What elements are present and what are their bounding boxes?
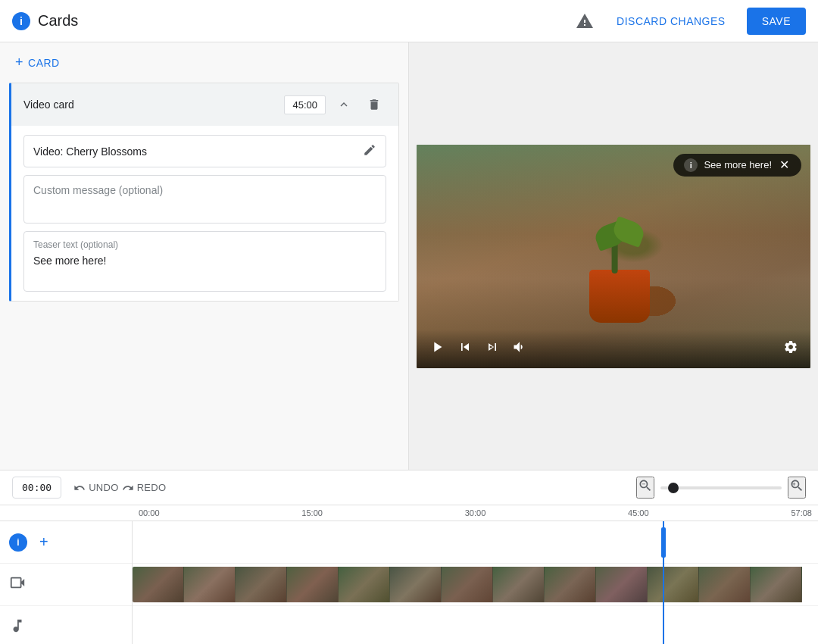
video-card-item: Video card 45:00 bbox=[9, 83, 399, 302]
undo-redo-group: UNDO REDO bbox=[73, 482, 166, 494]
filmstrip bbox=[133, 567, 818, 602]
topbar-left: i Cards bbox=[12, 12, 78, 30]
rewind-button[interactable] bbox=[457, 339, 473, 358]
video-player: i See more here! ✕ bbox=[417, 145, 810, 368]
film-frame bbox=[442, 567, 493, 602]
card-title: Video card bbox=[23, 98, 74, 111]
video-track-icon bbox=[9, 574, 26, 595]
film-frame bbox=[133, 567, 184, 602]
zoom-slider bbox=[660, 486, 782, 489]
timestamp-badge: 45:00 bbox=[284, 95, 326, 114]
cards-track-area bbox=[133, 521, 818, 564]
toolbar-left: 00:00 UNDO REDO bbox=[12, 477, 166, 499]
timeline-ruler: 00:00 15:00 30:00 45:00 57:08 bbox=[0, 505, 818, 521]
overlay-close-button[interactable]: ✕ bbox=[778, 159, 791, 171]
card-item-actions: 45:00 bbox=[284, 92, 386, 117]
film-frame bbox=[545, 567, 596, 602]
ruler-mark-2: 30:00 bbox=[465, 508, 486, 517]
ruler-mark-3: 45:00 bbox=[628, 508, 649, 517]
save-button[interactable]: SAVE bbox=[747, 8, 806, 35]
film-frame bbox=[699, 567, 751, 602]
zoom-in-button[interactable] bbox=[788, 477, 806, 499]
forward-button[interactable] bbox=[485, 339, 500, 358]
undo-button[interactable]: UNDO bbox=[73, 482, 118, 494]
collapse-button[interactable] bbox=[332, 92, 356, 117]
ruler-mark-1: 15:00 bbox=[301, 508, 323, 517]
card-fields: Video: Cherry Blossoms Custom message (o… bbox=[11, 126, 398, 301]
info-icon: i bbox=[12, 12, 30, 30]
ruler-marks: 00:00 15:00 30:00 45:00 57:08 bbox=[133, 508, 818, 517]
zoom-track[interactable] bbox=[660, 486, 782, 489]
add-card-track-button[interactable]: + bbox=[39, 533, 48, 551]
volume-button[interactable] bbox=[512, 339, 527, 358]
track-content bbox=[133, 521, 818, 644]
delete-card-button[interactable] bbox=[362, 92, 386, 117]
cards-track-icon-row: i + bbox=[0, 521, 132, 564]
music-track-icon-row bbox=[0, 606, 132, 644]
add-card-button[interactable]: + CARD bbox=[15, 55, 60, 70]
right-panel: i See more here! ✕ bbox=[409, 42, 818, 470]
timeline-toolbar: 00:00 UNDO REDO bbox=[0, 470, 818, 505]
custom-message-field[interactable]: Custom message (optional) bbox=[23, 175, 386, 224]
playhead-line bbox=[663, 521, 664, 644]
ruler-mark-4: 57:08 bbox=[791, 508, 812, 517]
film-frame bbox=[648, 567, 699, 602]
left-panel: + CARD Video card 45:00 bbox=[0, 42, 409, 470]
app-title: Cards bbox=[38, 12, 78, 30]
add-card-bar: + CARD bbox=[0, 42, 408, 83]
film-frame bbox=[493, 567, 545, 602]
main-content: + CARD Video card 45:00 bbox=[0, 42, 818, 470]
film-frame bbox=[287, 567, 339, 602]
music-track-area bbox=[133, 606, 818, 644]
time-display: 00:00 bbox=[12, 477, 61, 499]
film-frame bbox=[390, 567, 442, 602]
settings-button[interactable] bbox=[783, 339, 798, 358]
cards-track-info-icon: i bbox=[9, 533, 27, 552]
video-controls-left bbox=[429, 339, 527, 359]
play-button[interactable] bbox=[429, 339, 445, 359]
video-overlay-card: i See more here! ✕ bbox=[673, 154, 801, 177]
film-frame bbox=[596, 567, 648, 602]
film-frame bbox=[184, 567, 236, 602]
film-frame bbox=[339, 567, 390, 602]
teaser-value: See more here! bbox=[33, 255, 376, 267]
video-label: Video: Cherry Blossoms bbox=[33, 145, 147, 158]
music-track-icon bbox=[9, 617, 26, 638]
ruler-mark-0: 00:00 bbox=[139, 508, 160, 517]
toolbar-right bbox=[636, 477, 806, 499]
timeline-area: 00:00 UNDO REDO bbox=[0, 470, 818, 644]
pot-visual bbox=[589, 270, 650, 323]
film-frame bbox=[751, 567, 802, 602]
edit-video-button[interactable] bbox=[363, 143, 376, 159]
topbar-right: DISCARD CHANGES SAVE bbox=[574, 8, 806, 35]
timeline-tracks: i + bbox=[0, 521, 818, 644]
overlay-text: See more here! bbox=[704, 159, 772, 170]
video-controls bbox=[417, 330, 810, 368]
redo-button[interactable]: REDO bbox=[122, 482, 167, 494]
plus-icon: + bbox=[15, 55, 23, 70]
track-icons: i + bbox=[0, 521, 133, 644]
video-track-area bbox=[133, 564, 818, 606]
discard-button[interactable]: DISCARD CHANGES bbox=[607, 9, 735, 33]
warning-icon bbox=[574, 11, 595, 32]
teaser-text-field[interactable]: Teaser text (optional) See more here! bbox=[23, 231, 386, 292]
zoom-thumb[interactable] bbox=[668, 483, 679, 493]
video-selector-field[interactable]: Video: Cherry Blossoms bbox=[23, 135, 386, 167]
video-track-icon-row bbox=[0, 564, 132, 606]
overlay-info-icon: i bbox=[684, 158, 698, 172]
zoom-out-button[interactable] bbox=[636, 477, 654, 499]
card-item-header: Video card 45:00 bbox=[11, 83, 398, 126]
film-frame bbox=[236, 567, 287, 602]
topbar: i Cards DISCARD CHANGES SAVE bbox=[0, 0, 818, 42]
custom-message-placeholder: Custom message (optional) bbox=[33, 184, 163, 196]
teaser-label: Teaser text (optional) bbox=[33, 239, 376, 250]
add-card-label: CARD bbox=[28, 57, 60, 69]
